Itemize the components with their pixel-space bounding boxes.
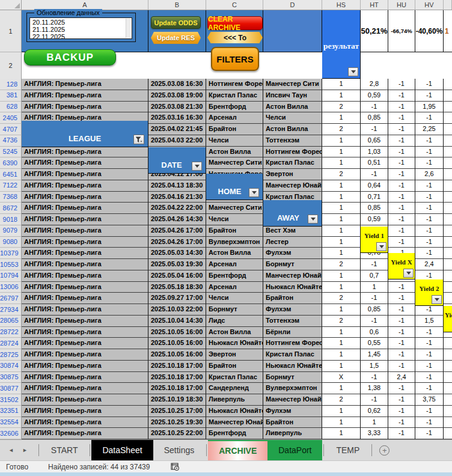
col-header-hv[interactable]: HV xyxy=(415,0,444,10)
cell-yieldx[interactable]: -1 xyxy=(388,282,415,293)
cell-home[interactable]: Брентфорд xyxy=(206,428,263,439)
cell-result[interactable]: 1 xyxy=(322,383,361,394)
cell-home[interactable]: Сандерленд xyxy=(206,383,263,394)
cell-league[interactable]: АНГЛИЯ: Премьер-лига xyxy=(22,225,148,237)
update-odds-button[interactable]: Update ODDS xyxy=(151,16,201,29)
listbox-scrollbar[interactable] xyxy=(126,19,131,38)
cell-yield2[interactable]: -1 xyxy=(415,112,444,124)
cell-yieldx[interactable]: -1 xyxy=(388,147,415,158)
cell-date[interactable]: 2025.10.05 16:00 xyxy=(148,338,206,349)
row-number[interactable]: 30875 xyxy=(0,372,22,383)
tab-temp[interactable]: TEMP xyxy=(325,440,370,460)
cell-league[interactable]: АНГЛИЯ: Премьер-лига xyxy=(22,383,148,394)
cell-date[interactable]: 2025.03.08 21:30 xyxy=(148,102,206,113)
cell-away[interactable]: Лестер xyxy=(263,237,322,248)
cell-yield1[interactable]: -1 xyxy=(361,259,388,270)
cell-date[interactable]: 2025.10.18 17:00 xyxy=(148,383,206,394)
cell-home[interactable]: Челси xyxy=(206,214,263,225)
col-header-ht[interactable]: HT xyxy=(361,0,388,10)
cell-date[interactable]: 2025.04.16 21:30 xyxy=(148,192,206,203)
col-header-hu[interactable]: HU xyxy=(388,0,415,10)
cell-yield1[interactable]: 0,65 xyxy=(361,135,388,147)
cell-yield1[interactable]: 1 xyxy=(361,417,388,429)
cell-yieldx[interactable]: -1 xyxy=(388,157,415,169)
cell-date[interactable]: 2025.03.08 16:30 xyxy=(148,79,206,90)
dates-listbox[interactable]: 20.11.2025 21.11.2025 22.11.2025 xyxy=(29,17,132,39)
cell-yield1[interactable]: 0,85 xyxy=(361,304,388,316)
cell-yield2[interactable]: -1 xyxy=(415,372,444,383)
cell-away[interactable]: Ньюкасл Юнайтед xyxy=(263,361,322,372)
cell-away[interactable]: Астон Вилла xyxy=(263,102,322,113)
tab-datasheet[interactable]: DataSheet xyxy=(91,440,153,460)
cell-result[interactable]: 1 xyxy=(322,304,361,316)
cell-away[interactable]: Борнмут xyxy=(263,372,322,383)
cell-yield1[interactable]: 0,59 xyxy=(361,214,388,225)
cell-yield2[interactable]: -1 xyxy=(415,192,444,203)
cell-away[interactable]: Манчестер Юнайтед xyxy=(263,180,322,192)
cell-away[interactable]: Кристал Пэлас xyxy=(263,349,322,361)
cell-result[interactable]: 2 xyxy=(322,169,361,180)
cell-yield1[interactable]: -1 xyxy=(361,372,388,383)
row-header-1[interactable]: 1 xyxy=(0,10,22,52)
row-number[interactable]: 6451 xyxy=(0,169,22,180)
cell-yield2[interactable]: 1,5 xyxy=(415,316,444,327)
cell-away[interactable]: Брайтон xyxy=(263,293,322,304)
cell-yieldx[interactable]: -1 xyxy=(388,203,415,214)
cell-yieldx[interactable]: -1 xyxy=(388,316,415,327)
cell-league[interactable]: АНГЛИЯ: Премьер-лига xyxy=(22,147,148,158)
cell-yield2[interactable]: 2,6 xyxy=(415,169,444,180)
cell-away[interactable]: Ипсвич Таун xyxy=(263,90,322,102)
cell-league[interactable]: АНГЛИЯ: Премьер-лига xyxy=(22,180,148,192)
yield2-percent-cell[interactable]: -40,60% xyxy=(415,10,444,52)
cell-yield1[interactable]: -1 xyxy=(361,124,388,135)
cell-yield1[interactable]: 0,85 xyxy=(361,203,388,214)
cell-yield1[interactable]: 0,55 xyxy=(361,338,388,349)
cell-result[interactable]: 1 xyxy=(322,180,361,192)
cell-yieldx[interactable]: -1 xyxy=(388,293,415,304)
cell-yieldx[interactable]: -1 xyxy=(388,192,415,203)
listbox-date[interactable]: 20.11.2025 xyxy=(32,19,132,26)
cell-yieldx[interactable]: -1 xyxy=(388,383,415,394)
cell-league[interactable]: АНГЛИЯ: Премьер-лига xyxy=(22,304,148,316)
col-header-d[interactable]: D xyxy=(263,0,322,10)
cell-yield1[interactable]: 3,33 xyxy=(361,428,388,439)
row-number[interactable]: 9079 xyxy=(0,225,22,237)
cell-yield2[interactable]: -1 xyxy=(415,214,444,225)
away-filter-dropdown[interactable] xyxy=(308,215,318,224)
cell-home[interactable]: Брайтон xyxy=(206,361,263,372)
row-number[interactable]: 8672 xyxy=(0,203,22,214)
cell-home[interactable]: Челси xyxy=(206,135,263,147)
cell-away[interactable]: Эвертон xyxy=(263,169,322,180)
yield1-header-cell[interactable]: Yield 1 xyxy=(361,227,388,253)
yieldx-percent-cell[interactable]: -66,74% xyxy=(388,10,415,52)
yieldx-filter-dropdown[interactable] xyxy=(403,269,414,278)
cell-yield2[interactable]: -1 xyxy=(415,203,444,214)
cell-yield1[interactable]: 0,71 xyxy=(361,192,388,203)
cell-yield2[interactable]: -1 xyxy=(415,338,444,349)
cell-result[interactable]: 2 xyxy=(322,124,361,135)
cell-yield2[interactable]: -1 xyxy=(415,180,444,192)
cell-home[interactable]: Брайтон xyxy=(206,225,263,237)
row-number[interactable]: 6390 xyxy=(0,157,22,169)
cell-home[interactable]: Манчестер Юнайтед xyxy=(206,417,263,429)
cell-result[interactable]: 1 xyxy=(322,237,361,248)
cell-result[interactable]: 2 xyxy=(322,316,361,327)
cell-yield2[interactable]: 3,75 xyxy=(415,394,444,406)
cell-league[interactable]: АНГЛИЯ: Премьер-лига xyxy=(22,214,148,225)
tab-start[interactable]: START xyxy=(40,440,89,460)
cell-away[interactable]: Ньюкасл Юнайтед xyxy=(263,282,322,293)
cell-date[interactable]: 2025.04.03 22:00 xyxy=(148,135,206,147)
cell-date[interactable]: 2025.03.08 19:00 xyxy=(148,90,206,102)
cell-yieldx[interactable]: -1 xyxy=(388,79,415,90)
cell-yield1[interactable]: 1 xyxy=(361,282,388,293)
cell-home[interactable]: Челси xyxy=(206,293,263,304)
cell-yieldx[interactable]: -1 xyxy=(388,237,415,248)
cell-away[interactable]: Брайтон xyxy=(263,417,322,429)
cell-league[interactable]: АНГЛИЯ: Премьер-лига xyxy=(22,361,148,372)
row-number[interactable]: 4707 xyxy=(0,124,22,135)
cell-away[interactable]: Челси xyxy=(263,112,322,124)
cell-date[interactable]: 2025.05.04 16:00 xyxy=(148,270,206,282)
row-number[interactable]: 28065 xyxy=(0,316,22,327)
col-header-b[interactable]: B xyxy=(148,0,206,10)
cell-league[interactable]: АНГЛИЯ: Премьер-лига xyxy=(22,79,148,90)
